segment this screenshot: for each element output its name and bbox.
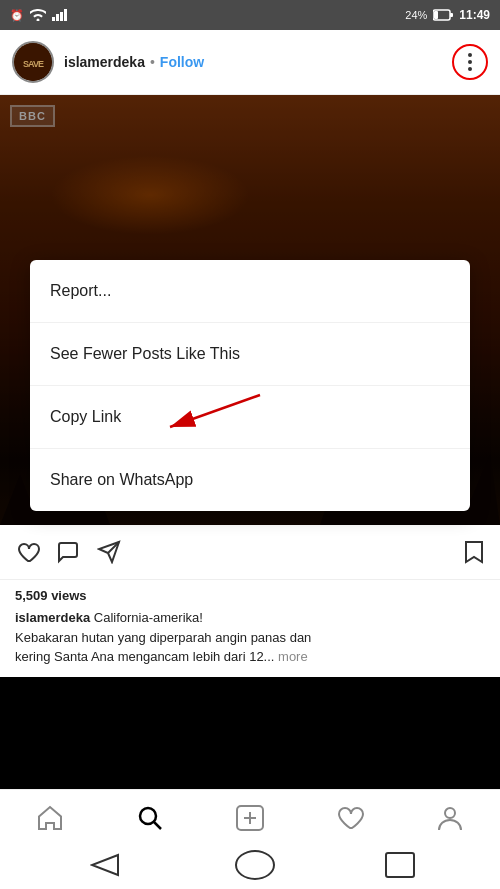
header-info: islamerdeka • Follow <box>64 54 452 70</box>
svg-text:SAVE: SAVE <box>23 59 44 69</box>
svg-rect-5 <box>434 11 438 19</box>
action-icons-left <box>15 539 463 565</box>
svg-rect-0 <box>52 17 55 21</box>
android-recent-button[interactable] <box>385 852 415 878</box>
status-bar-right: 24% 11:49 <box>405 8 490 22</box>
avatar[interactable]: SAVE <box>12 41 54 83</box>
nav-activity-button[interactable] <box>325 795 375 840</box>
three-dots-icon <box>468 53 472 71</box>
svg-rect-2 <box>60 12 63 21</box>
nav-search-button[interactable] <box>125 795 175 840</box>
svg-rect-3 <box>64 9 67 21</box>
svg-marker-27 <box>92 855 118 875</box>
post-actions <box>0 525 500 580</box>
post-info: 5,509 views islamerdeka California-ameri… <box>0 580 500 677</box>
svg-rect-6 <box>450 13 453 17</box>
dot-separator: • <box>150 54 155 70</box>
status-time: 11:49 <box>459 8 490 22</box>
follow-button[interactable]: Follow <box>160 54 204 70</box>
menu-item-share-whatsapp[interactable]: Share on WhatsApp <box>30 449 470 511</box>
battery-icon <box>433 9 453 21</box>
android-home-button[interactable] <box>235 850 275 880</box>
nav-add-button[interactable] <box>225 795 275 840</box>
android-back-button[interactable] <box>85 850 125 880</box>
svg-line-22 <box>154 822 161 829</box>
views-count: 5,509 views <box>15 588 485 603</box>
svg-point-26 <box>445 808 455 818</box>
share-button[interactable] <box>97 539 123 565</box>
alarm-icon: ⏰ <box>10 9 24 22</box>
avatar-image: SAVE <box>14 43 52 81</box>
nav-home-button[interactable] <box>25 795 75 840</box>
status-bar: ⏰ 24% 11:49 <box>0 0 500 30</box>
menu-item-report[interactable]: Report... <box>30 260 470 323</box>
comment-button[interactable] <box>56 539 82 565</box>
android-nav-buttons <box>0 845 500 889</box>
nav-icons <box>0 790 500 845</box>
svg-rect-1 <box>56 14 59 21</box>
more-options-button[interactable] <box>452 44 488 80</box>
caption-username[interactable]: islamerdeka <box>15 610 90 625</box>
more-link[interactable]: more <box>278 649 308 664</box>
wifi-icon <box>30 9 46 21</box>
context-menu: Report... See Fewer Posts Like This Copy… <box>30 260 470 511</box>
svg-point-21 <box>140 808 156 824</box>
like-button[interactable] <box>15 539 41 565</box>
battery-percent: 24% <box>405 9 427 21</box>
status-bar-left: ⏰ <box>10 9 68 22</box>
nav-profile-button[interactable] <box>425 795 475 840</box>
signal-icon <box>52 9 68 21</box>
caption: islamerdeka California-amerika!Kebakaran… <box>15 608 485 667</box>
menu-item-fewer-posts[interactable]: See Fewer Posts Like This <box>30 323 470 386</box>
menu-item-copy-link[interactable]: Copy Link <box>30 386 470 449</box>
username-label[interactable]: islamerdeka <box>64 54 145 70</box>
bottom-nav <box>0 789 500 889</box>
bookmark-button[interactable] <box>463 541 485 563</box>
post-header: SAVE islamerdeka • Follow <box>0 30 500 95</box>
